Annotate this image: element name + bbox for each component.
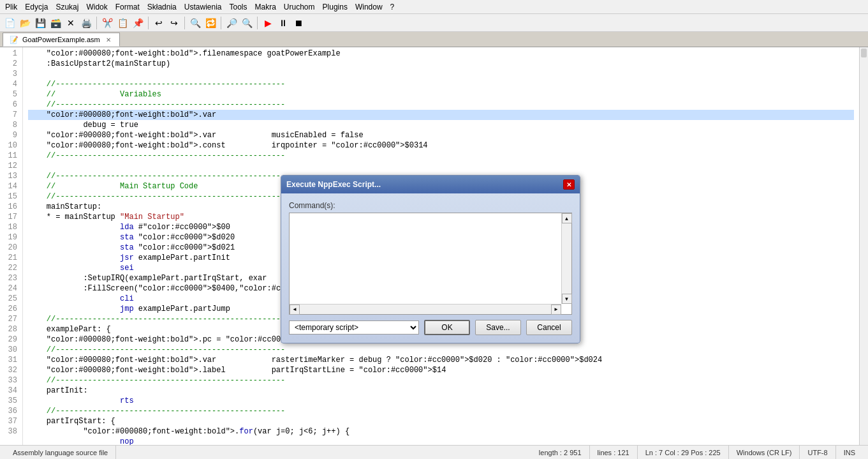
save-button-dialog[interactable]: Save... xyxy=(475,320,521,335)
length-section: length : 2 951 xyxy=(531,446,590,459)
menu-tools[interactable]: Tools xyxy=(226,1,251,13)
separator-1 xyxy=(96,17,97,29)
mode-value: INS xyxy=(844,449,855,456)
dialog-title-bar: Execute NppExec Script... ✕ xyxy=(281,176,580,193)
print-button[interactable]: 🖨️ xyxy=(79,16,93,30)
vertical-scrollbar[interactable] xyxy=(859,47,868,445)
cancel-button[interactable]: Cancel xyxy=(526,320,572,335)
tab-bar: 📝 GoatPowerExample.asm ✕ xyxy=(0,32,868,47)
encoding-value: UTF-8 xyxy=(807,449,827,456)
undo-button[interactable]: ↩ xyxy=(152,16,166,30)
scroll-down-btn[interactable]: ▼ xyxy=(562,294,572,304)
find-button[interactable]: 🔍 xyxy=(188,16,202,30)
menu-plik[interactable]: Plik xyxy=(1,1,21,13)
menu-makra[interactable]: Makra xyxy=(251,1,280,13)
status-bar: Assembly language source file length : 2… xyxy=(0,445,868,459)
menu-window[interactable]: Window xyxy=(351,1,386,13)
editor-area: 1 2 3 4 5 6 7 8 9 10 11 12 13 14 15 16 1… xyxy=(0,47,868,445)
ok-button[interactable]: OK xyxy=(424,320,470,335)
mode-section: INS xyxy=(836,446,863,459)
copy-button[interactable]: 📋 xyxy=(115,16,129,30)
separator-5 xyxy=(257,17,258,29)
menu-edycja[interactable]: Edycja xyxy=(21,1,52,13)
run-button[interactable]: ▶ xyxy=(261,16,275,30)
script-dropdown[interactable]: <temporary script> xyxy=(289,320,419,335)
tab-icon: 📝 xyxy=(10,36,18,44)
tab-close-btn[interactable]: ✕ xyxy=(104,35,113,44)
menu-bar: Plik Edycja Szukaj Widok Format Składnia… xyxy=(0,0,868,14)
toolbar: 📄 📂 💾 🗃️ ✕ 🖨️ ✂️ 📋 📌 ↩ ↪ 🔍 🔁 🔎 🔍 ▶ ⏸ ⏹ xyxy=(0,14,868,32)
separator-4 xyxy=(221,17,221,29)
length-value: length : 2 951 xyxy=(539,449,582,456)
separator-3 xyxy=(184,17,185,29)
scroll-left-btn[interactable]: ◄ xyxy=(290,305,300,315)
replace-button[interactable]: 🔁 xyxy=(203,16,217,30)
zoom-in-button[interactable]: 🔎 xyxy=(224,16,239,30)
dialog-close-button[interactable]: ✕ xyxy=(563,179,575,190)
encoding-section: UTF-8 xyxy=(800,446,835,459)
position-section: Ln : 7 Col : 29 Pos : 225 xyxy=(638,446,729,459)
menu-skladnia[interactable]: Składnia xyxy=(143,1,180,13)
paste-button[interactable]: 📌 xyxy=(131,16,145,30)
commands-textarea-container: ▲ ▼ ◄ ► xyxy=(289,213,572,315)
scroll-up-btn[interactable]: ▲ xyxy=(562,213,572,223)
execute-nppexec-dialog: Execute NppExec Script... ✕ Command(s): … xyxy=(281,175,580,343)
stop-button[interactable]: ⏹ xyxy=(291,16,305,30)
new-button[interactable]: 📄 xyxy=(3,16,17,30)
menu-plugins[interactable]: Plugins xyxy=(319,1,351,13)
menu-uruchom[interactable]: Uruchom xyxy=(280,1,319,13)
textarea-vscrollbar[interactable]: ▲ ▼ xyxy=(561,213,571,304)
position-value: Ln : 7 Col : 29 Pos : 225 xyxy=(645,449,721,456)
dialog-body: Command(s): ▲ ▼ ◄ ► <temporary script> O… xyxy=(281,193,580,343)
menu-ustawienia[interactable]: Ustawienia xyxy=(180,1,226,13)
cut-button[interactable]: ✂️ xyxy=(100,16,114,30)
line-numbers: 1 2 3 4 5 6 7 8 9 10 11 12 13 14 15 16 1… xyxy=(0,47,23,445)
menu-help[interactable]: ? xyxy=(386,1,399,13)
file-type-section: Assembly language source file xyxy=(5,446,116,459)
tab-label: GoatPowerExample.asm xyxy=(22,36,100,43)
lines-section: lines : 121 xyxy=(590,446,638,459)
save-button[interactable]: 💾 xyxy=(33,16,47,30)
commands-label: Command(s): xyxy=(289,201,572,210)
redo-button[interactable]: ↪ xyxy=(167,16,181,30)
open-button[interactable]: 📂 xyxy=(18,16,32,30)
pause-button[interactable]: ⏸ xyxy=(276,16,290,30)
file-type: Assembly language source file xyxy=(13,449,108,456)
zoom-out-button[interactable]: 🔍 xyxy=(240,16,254,30)
scroll-right-btn[interactable]: ► xyxy=(551,305,561,315)
separator-2 xyxy=(148,17,149,29)
textarea-hscrollbar[interactable]: ◄ ► xyxy=(290,304,561,314)
tab-goatpowerexample[interactable]: 📝 GoatPowerExample.asm ✕ xyxy=(3,33,120,47)
dialog-footer: <temporary script> OK Save... Cancel xyxy=(289,320,572,335)
line-ending-value: Windows (CR LF) xyxy=(737,449,792,456)
close-button[interactable]: ✕ xyxy=(64,16,78,30)
menu-widok[interactable]: Widok xyxy=(82,1,111,13)
dialog-title: Execute NppExec Script... xyxy=(286,180,381,189)
menu-szukaj[interactable]: Szukaj xyxy=(52,1,82,13)
menu-format[interactable]: Format xyxy=(112,1,143,13)
commands-textarea[interactable] xyxy=(290,213,561,304)
line-ending-section: Windows (CR LF) xyxy=(729,446,800,459)
lines-value: lines : 121 xyxy=(598,449,629,456)
save-all-button[interactable]: 🗃️ xyxy=(48,16,63,30)
